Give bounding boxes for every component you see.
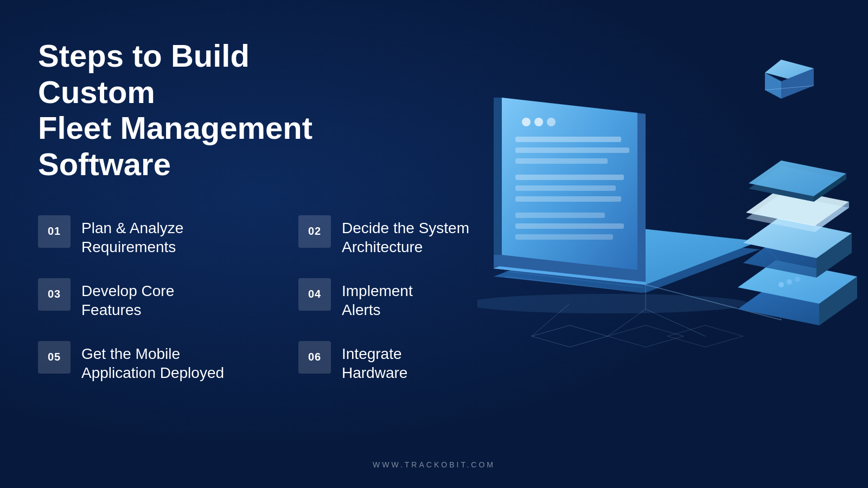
step-text-04: ImplementAlerts (342, 278, 413, 319)
step-number-01: 01 (38, 215, 71, 248)
step-number-05: 05 (38, 341, 71, 374)
main-content: Steps to Build Custom Fleet Management S… (0, 0, 868, 488)
step-number-02: 02 (298, 215, 331, 248)
step-number-03: 03 (38, 278, 71, 311)
page-title: Steps to Build Custom Fleet Management S… (38, 38, 363, 183)
step-01: 01Plan & AnalyzeRequirements (38, 215, 266, 256)
title-line1: Steps to Build Custom (38, 38, 250, 110)
step-05: 05Get the MobileApplication Deployed (38, 341, 266, 382)
step-number-06: 06 (298, 341, 331, 374)
step-text-06: IntegrateHardware (342, 341, 407, 382)
step-number-04: 04 (298, 278, 331, 311)
step-text-05: Get the MobileApplication Deployed (81, 341, 224, 382)
steps-grid: 01Plan & AnalyzeRequirements02Decide the… (38, 215, 526, 382)
step-text-02: Decide the SystemArchitecture (342, 215, 469, 256)
step-03: 03Develop CoreFeatures (38, 278, 266, 319)
step-text-03: Develop CoreFeatures (81, 278, 174, 319)
step-04: 04ImplementAlerts (298, 278, 526, 319)
website-url: WWW.TRACKOBIT.COM (373, 460, 495, 469)
step-06: 06IntegrateHardware (298, 341, 526, 382)
step-02: 02Decide the SystemArchitecture (298, 215, 526, 256)
title-line2: Fleet Management Software (38, 110, 312, 182)
step-text-01: Plan & AnalyzeRequirements (81, 215, 183, 256)
